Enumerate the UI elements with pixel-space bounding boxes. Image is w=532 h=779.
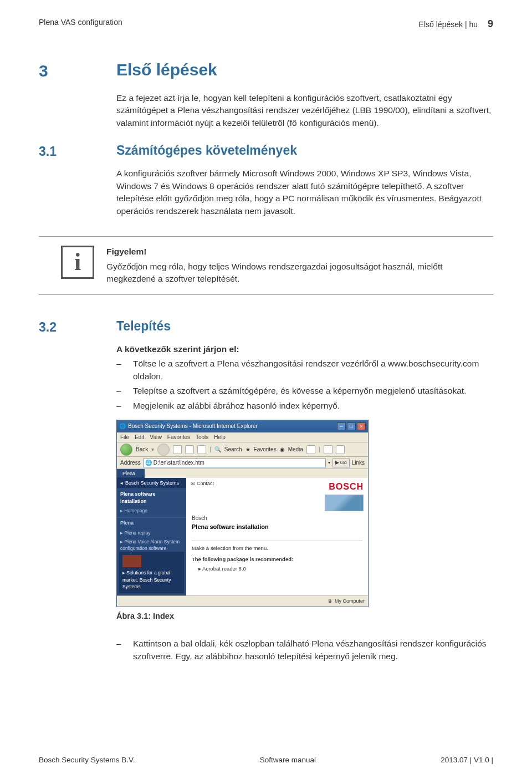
- menu-favorites[interactable]: Favorites: [167, 434, 190, 441]
- ss-statusbar: 🖥 My Computer: [117, 595, 368, 607]
- sb-homepage[interactable]: ▸ Homepage: [117, 507, 186, 517]
- search-label[interactable]: Search: [224, 446, 242, 454]
- list-item: –Töltse le a szoftvert a Plena vészhango…: [116, 358, 493, 383]
- minimize-icon[interactable]: –: [337, 422, 346, 430]
- mail-icon[interactable]: [324, 445, 332, 454]
- menu-edit[interactable]: Edit: [135, 434, 144, 441]
- stop-icon[interactable]: [173, 445, 182, 454]
- section-3-2-title: Telepítés: [116, 317, 493, 335]
- address-label: Address: [120, 459, 141, 467]
- ss-titlebar: 🌐Bosch Security Systems - Microsoft Inte…: [117, 420, 368, 432]
- back-label[interactable]: Back: [136, 446, 148, 454]
- ss-menubar[interactable]: File Edit View Favorites Tools Help: [117, 432, 368, 442]
- section-3-title: Első lépések: [116, 58, 493, 82]
- section-number-3-1: 3.1: [39, 141, 116, 230]
- section-3-intro: Ez a fejezet azt írja le, hogyan kell te…: [116, 92, 493, 129]
- sb-bottom-box[interactable]: ▸ Solutions for a global market: Bosch S…: [119, 552, 184, 593]
- footer-left: Bosch Security Systems B.V.: [39, 755, 135, 766]
- chevron-icon: ◂: [120, 480, 123, 487]
- building-image: [325, 495, 364, 512]
- sb-section-plena: Plena: [117, 517, 186, 528]
- bosch-logo: BOSCH: [329, 480, 364, 493]
- page-footer: Bosch Security Systems B.V. Software man…: [39, 755, 493, 766]
- ss-main: ✉Contact BOSCH Bosch Plena software inst…: [186, 478, 368, 598]
- plena-tab[interactable]: Plena: [117, 469, 145, 478]
- computer-icon: 🖥: [328, 598, 332, 605]
- section-number-3: 3: [39, 58, 116, 141]
- mail-icon: ✉: [191, 480, 195, 487]
- notice-box: i Figyelem! Győződjön meg róla, hogy tel…: [39, 236, 493, 294]
- forward-icon[interactable]: [157, 444, 170, 456]
- main-h-big: Plena software installation: [192, 523, 362, 532]
- main-hint: Make a selection from the menu.: [186, 544, 368, 552]
- go-button[interactable]: ▶ Go: [332, 459, 350, 467]
- menu-view[interactable]: View: [150, 434, 162, 441]
- section-3-1-para: A konfigurációs szoftver bármely Microso…: [116, 167, 493, 217]
- info-icon: i: [61, 246, 94, 279]
- maximize-icon[interactable]: □: [347, 422, 356, 430]
- page-header: Plena VAS configuration Első lépések | h…: [39, 17, 493, 31]
- ss-sidebar: ◂Bosch Security Systems Plena software i…: [117, 478, 186, 598]
- links-label[interactable]: Links: [352, 459, 365, 467]
- thumb-image: [122, 555, 141, 567]
- install-steps-list: –Töltse le a szoftvert a Plena vészhango…: [116, 358, 493, 412]
- print-icon[interactable]: [336, 445, 345, 454]
- notice-title: Figyelem!: [106, 246, 493, 258]
- menu-file[interactable]: File: [120, 434, 129, 441]
- menu-tools[interactable]: Tools: [196, 434, 208, 441]
- list-item: –Megjelenik az alábbi ábrához hasonló in…: [116, 400, 493, 412]
- home-icon[interactable]: [197, 445, 206, 454]
- rec-item[interactable]: ▸ Acrobat reader 6.0: [186, 565, 368, 573]
- section-3-1-title: Számítógépes követelmények: [116, 141, 493, 160]
- header-breadcrumb: Első lépések | hu: [419, 19, 478, 30]
- footer-center: Software manual: [260, 755, 316, 766]
- status-text: My Computer: [335, 598, 365, 605]
- close-icon[interactable]: ×: [357, 422, 366, 430]
- main-h-small: Bosch: [192, 515, 362, 523]
- sb-title: Plena software installation: [117, 489, 186, 507]
- figure-caption: Ábra 3.1: Index: [116, 610, 493, 622]
- menu-help[interactable]: Help: [214, 434, 226, 441]
- history-icon[interactable]: [306, 445, 315, 454]
- list-item: –Kattintson a bal oldali, kék oszlopban …: [116, 638, 493, 663]
- ss-window-title: Bosch Security Systems - Microsoft Inter…: [128, 422, 258, 431]
- rec-label: The following package is recommended:: [186, 556, 368, 563]
- header-left: Plena VAS configuration: [39, 17, 122, 31]
- address-input[interactable]: 🌐D:\en\start\index.htm: [143, 459, 326, 467]
- media-label[interactable]: Media: [288, 446, 303, 454]
- section-number-3-2: 3.2: [39, 317, 116, 665]
- install-intro: A következők szerint járjon el:: [116, 343, 493, 355]
- footer-right: 2013.07 | V1.0 |: [441, 755, 493, 766]
- ss-addressbar[interactable]: Address 🌐D:\en\start\index.htm ▾ ▶ Go Li…: [117, 457, 368, 469]
- list-item: –Telepítse a szoftvert a számítógépére, …: [116, 385, 493, 397]
- ss-toolbar[interactable]: Back ▾ | 🔍Search ★Favorites ◉Media |: [117, 442, 368, 457]
- refresh-icon[interactable]: [185, 445, 194, 454]
- sidebar-item-vas-config[interactable]: ▸ Plena Voice Alarm System configuration…: [117, 537, 186, 553]
- page-number: 9: [488, 17, 493, 31]
- back-icon[interactable]: [120, 444, 132, 456]
- notice-body: Győződjön meg róla, hogy teljes Windows …: [106, 261, 493, 286]
- index-screenshot: 🌐Bosch Security Systems - Microsoft Inte…: [116, 420, 369, 607]
- fav-label[interactable]: Favorites: [254, 446, 277, 454]
- ie-icon: 🌐: [119, 422, 126, 431]
- sidebar-item[interactable]: ▸ Plena replay: [117, 528, 186, 537]
